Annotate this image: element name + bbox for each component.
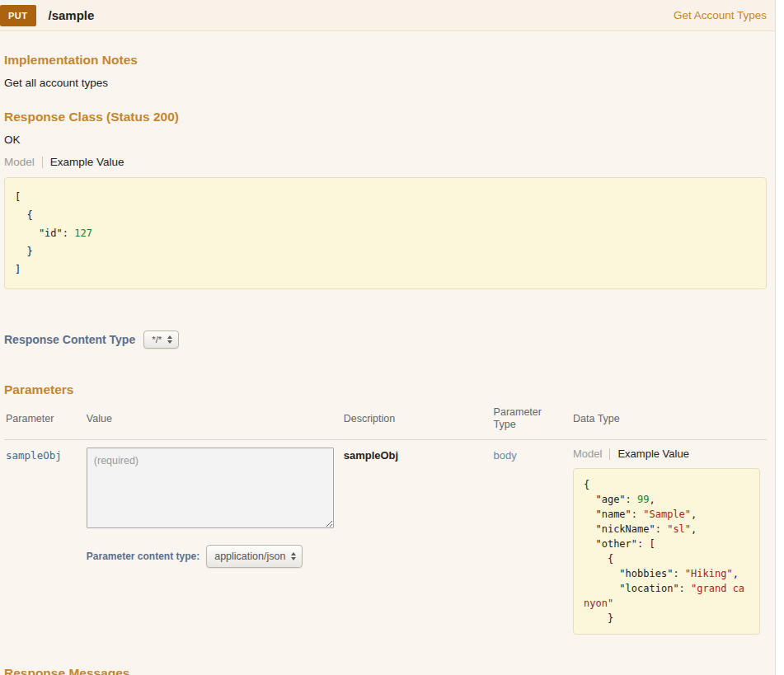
operation-path-link[interactable]: /sample [49, 8, 95, 22]
implementation-notes-text: Get all account types [4, 77, 767, 89]
parameter-example-code-block: { "age": 99, "name": "Sample", "nickName… [573, 468, 760, 635]
operation-heading[interactable]: PUT /sample Get Account Types [0, 0, 775, 31]
parameter-type-value: body [494, 449, 517, 462]
column-header-value: Value [85, 401, 342, 440]
response-class-tabs: Model Example Value [4, 156, 767, 168]
response-class-title: Response Class (Status 200) [4, 110, 767, 124]
column-header-parameter: Parameter [4, 401, 85, 440]
response-messages-title: Response Messages [4, 667, 767, 675]
parameter-content-type-label: Parameter content type: [87, 551, 200, 562]
select-stepper-icon [167, 335, 172, 344]
select-stepper-icon [291, 552, 296, 560]
tab-model[interactable]: Model [573, 448, 602, 460]
column-header-description: Description [342, 401, 492, 440]
parameter-name: sampleObj [6, 449, 62, 462]
tab-example-value[interactable]: Example Value [50, 156, 124, 168]
parameter-value-textarea[interactable] [87, 448, 334, 528]
parameter-content-type-row: Parameter content type: application/json [87, 545, 336, 568]
response-content-type-label: Response Content Type [4, 333, 135, 346]
response-example-code-block: [ { "id": 127 } ] [4, 177, 767, 289]
parameters-title: Parameters [4, 383, 767, 396]
swagger-operation-panel: PUT /sample Get Account Types Implementa… [0, 0, 776, 675]
implementation-notes-title: Implementation Notes [4, 54, 767, 67]
parameter-row: sampleObj Parameter content type: applic… [4, 440, 767, 643]
parameter-content-type-selected-value: application/json [214, 551, 285, 562]
tab-model[interactable]: Model [4, 156, 35, 168]
data-type-tabs: Model Example Value [573, 448, 760, 460]
operation-content: Implementation Notes Get all account typ… [0, 54, 775, 675]
response-content-type-selected-value: */* [152, 335, 162, 345]
tab-divider [609, 448, 610, 460]
http-method-badge[interactable]: PUT [0, 5, 36, 26]
column-header-data-type: Data Type [571, 401, 767, 440]
tab-divider [42, 157, 43, 168]
column-header-parameter-type: Parameter Type [492, 401, 571, 440]
parameter-description: sampleObj [344, 449, 398, 462]
response-content-type-select[interactable]: */* [143, 330, 179, 349]
tab-example-value[interactable]: Example Value [617, 448, 688, 460]
parameters-table: Parameter Value Description Parameter Ty… [4, 401, 767, 642]
parameter-content-type-select[interactable]: application/json [206, 545, 303, 568]
operation-nickname-link[interactable]: Get Account Types [674, 9, 767, 21]
response-content-type-row: Response Content Type */* [4, 330, 767, 349]
response-class-status-text: OK [4, 134, 767, 146]
parameters-header-row: Parameter Value Description Parameter Ty… [4, 401, 767, 440]
